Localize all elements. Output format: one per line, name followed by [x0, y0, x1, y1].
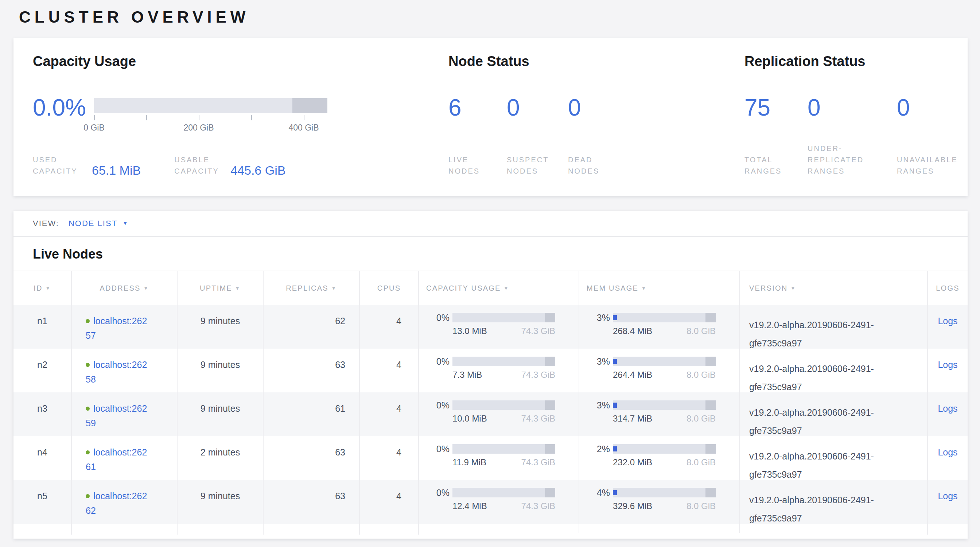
used-capacity-stat: USED CAPACITY 65.1 MiB	[33, 154, 141, 177]
node-uptime-cell: 2 minutes	[178, 436, 264, 480]
cluster-summary-panel: Capacity Usage 0.0% 0 GiB 200 GiB 400 Gi…	[13, 38, 967, 196]
total-ranges-stat: 75 TOTAL RANGES	[745, 96, 808, 177]
capacity-usage-title: Capacity Usage	[33, 54, 434, 69]
column-header-mem-usage[interactable]: MEM USAGE▼	[579, 271, 740, 305]
node-version-cell: v19.2.0-alpha.20190606-2491-gfe735c9a97	[740, 436, 928, 480]
node-uptime-cell: 9 minutes	[178, 480, 264, 524]
node-cpus-cell: 4	[360, 480, 419, 524]
sort-arrow-icon: ▼	[504, 286, 509, 291]
sort-arrow-icon: ▼	[641, 286, 647, 291]
unavailable-ranges-stat: 0 UNAVAILABLE RANGES	[897, 96, 958, 177]
sort-arrow-icon: ▼	[144, 286, 149, 291]
table-header-row: ID▼ADDRESS▼UPTIME▼REPLICAS▼CPUSCAPACITY …	[13, 270, 967, 305]
chevron-down-icon[interactable]: ▼	[123, 220, 128, 226]
replication-status-section: Replication Status 75 TOTAL RANGES 0 UND…	[745, 38, 963, 196]
node-address-cell: localhost:26257	[72, 305, 178, 348]
mem-usage-cell: 3% 264.4 MiB 8.0 GiB	[579, 348, 740, 393]
node-version-cell: v19.2.0-alpha.20190606-2491-gfe735c9a97	[740, 393, 928, 436]
capacity-usage-cell: 0% 11.9 MiB 74.3 GiB	[419, 436, 579, 480]
used-capacity-label: USED CAPACITY	[33, 154, 91, 177]
gauge-tick-label: 200 GiB	[183, 123, 214, 133]
table-row: n3 localhost:26259 9 minutes 61 4 0% 10.…	[13, 393, 967, 436]
view-bar: VIEW: NODE LIST ▼	[13, 211, 967, 237]
node-replicas-cell: 63	[264, 348, 360, 393]
node-address-link[interactable]: localhost:26262	[86, 491, 177, 520]
capacity-gauge: 0 GiB 200 GiB 400 GiB	[94, 96, 328, 119]
node-logs-cell: Logs	[928, 305, 967, 348]
gauge-tick-label: 0 GiB	[83, 123, 105, 133]
capacity-gauge-dark-segment	[293, 98, 328, 113]
node-cpus-cell: 4	[360, 436, 419, 480]
live-nodes-title: Live Nodes	[33, 246, 967, 262]
node-address-link[interactable]: localhost:26257	[86, 316, 177, 345]
usable-capacity-stat: USABLE CAPACITY 445.6 GiB	[174, 154, 285, 177]
memory-bar	[613, 444, 716, 454]
mem-usage-cell: 3% 268.4 MiB 8.0 GiB	[579, 305, 740, 348]
node-id-cell: n4	[13, 436, 72, 480]
replication-status-title: Replication Status	[745, 54, 963, 69]
sort-arrow-icon: ▼	[235, 286, 240, 291]
column-header-uptime[interactable]: UPTIME▼	[178, 271, 264, 305]
total-ranges-value: 75	[745, 96, 808, 119]
mem-usage-cell: 4% 329.6 MiB 8.0 GiB	[579, 480, 740, 524]
node-version-cell: v19.2.0-alpha.20190606-2491-gfe735c9a97	[740, 305, 928, 348]
mem-usage-cell: 3% 314.7 MiB 8.0 GiB	[579, 393, 740, 436]
node-address-cell: localhost:26261	[72, 436, 178, 480]
node-replicas-cell: 63	[264, 480, 360, 524]
table-row: n2 localhost:26258 9 minutes 63 4 0% 7.3…	[13, 348, 967, 393]
logs-link[interactable]: Logs	[938, 447, 958, 457]
column-header-replicas[interactable]: REPLICAS▼	[264, 271, 360, 305]
total-ranges-label: TOTAL RANGES	[745, 154, 808, 177]
sort-arrow-icon: ▼	[46, 286, 51, 291]
usable-capacity-label: USABLE CAPACITY	[174, 154, 230, 177]
node-live-dot-icon	[86, 407, 90, 410]
dead-nodes-value: 0	[568, 96, 600, 119]
node-live-dot-icon	[86, 363, 90, 367]
logs-link[interactable]: Logs	[938, 491, 958, 501]
logs-link[interactable]: Logs	[938, 403, 958, 413]
node-logs-cell: Logs	[928, 393, 967, 436]
column-header-id[interactable]: ID▼	[13, 271, 72, 305]
column-header-capacity-usage[interactable]: CAPACITY USAGE▼	[419, 271, 579, 305]
node-address-cell: localhost:26262	[72, 480, 178, 524]
gauge-tick-label: 400 GiB	[288, 123, 319, 133]
memory-bar	[613, 488, 716, 498]
memory-bar	[613, 313, 716, 322]
node-uptime-cell: 9 minutes	[178, 393, 264, 436]
node-address-link[interactable]: localhost:26258	[86, 359, 177, 388]
capacity-usage-cell: 0% 10.0 MiB 74.3 GiB	[419, 393, 579, 436]
live-nodes-value: 6	[449, 96, 507, 119]
view-selector[interactable]: NODE LIST	[68, 219, 118, 228]
column-header-address[interactable]: ADDRESS▼	[72, 271, 178, 305]
node-replicas-cell: 62	[264, 305, 360, 348]
live-nodes-stat: 6 LIVE NODES	[449, 96, 507, 177]
node-uptime-cell: 9 minutes	[178, 305, 264, 348]
table-row: n5 localhost:26262 9 minutes 63 4 0% 12.…	[13, 480, 967, 524]
node-id-cell: n5	[13, 480, 72, 524]
used-capacity-value: 65.1 MiB	[92, 164, 141, 177]
logs-link[interactable]: Logs	[938, 316, 958, 326]
sort-arrow-icon: ▼	[331, 286, 337, 291]
node-live-dot-icon	[86, 319, 90, 323]
column-header-version[interactable]: VERSION▼	[740, 271, 928, 305]
unavailable-ranges-value: 0	[897, 96, 958, 119]
usable-capacity-value: 445.6 GiB	[231, 164, 285, 177]
node-id-cell: n1	[13, 305, 72, 348]
node-live-dot-icon	[86, 450, 90, 454]
logs-link[interactable]: Logs	[938, 359, 958, 370]
node-uptime-cell: 9 minutes	[178, 348, 264, 393]
node-id-cell: n3	[13, 393, 72, 436]
suspect-nodes-stat: 0 SUSPECT NODES	[507, 96, 568, 177]
node-logs-cell: Logs	[928, 348, 967, 393]
capacity-usage-cell: 0% 7.3 MiB 74.3 GiB	[419, 348, 579, 393]
node-live-dot-icon	[86, 494, 90, 498]
suspect-nodes-value: 0	[507, 96, 568, 119]
capacity-bar	[452, 488, 555, 498]
node-address-link[interactable]: localhost:26259	[86, 403, 177, 432]
capacity-bar	[452, 444, 555, 454]
capacity-usage-section: Capacity Usage 0.0% 0 GiB 200 GiB 400 Gi…	[33, 38, 434, 196]
sort-arrow-icon: ▼	[791, 286, 796, 291]
node-address-link[interactable]: localhost:26261	[86, 447, 177, 476]
live-nodes-table: ID▼ADDRESS▼UPTIME▼REPLICAS▼CPUSCAPACITY …	[13, 270, 967, 533]
memory-bar	[613, 401, 716, 410]
